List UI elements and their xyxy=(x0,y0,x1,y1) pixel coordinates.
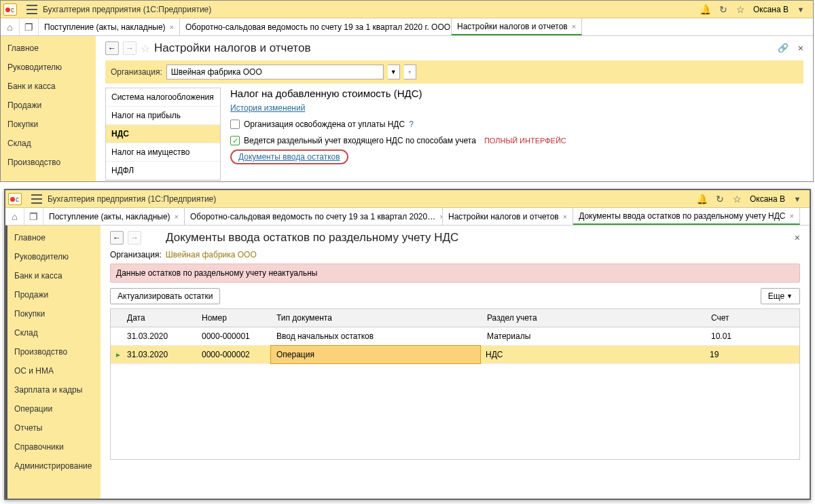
tab-receipts[interactable]: Поступление (акты, накладные)× xyxy=(39,18,180,35)
user-menu-icon[interactable]: ▼ xyxy=(795,4,806,15)
home-icon[interactable]: ⌂ xyxy=(1,18,20,35)
windows-icon[interactable]: ❐ xyxy=(20,18,39,35)
close-icon[interactable]: × xyxy=(170,23,174,31)
sidebar-item[interactable]: Производство xyxy=(1,153,96,172)
interface-note: ПОЛНЫЙ ИНТЕРФЕЙС xyxy=(484,137,566,145)
sidebar-item[interactable]: Продажи xyxy=(1,96,96,115)
tab-label: Поступление (акты, накладные) xyxy=(44,22,166,32)
tab-row-top: ⌂ ❐ Поступление (акты, накладные)× Оборо… xyxy=(1,18,813,36)
tab-report[interactable]: Оборотно-сальдовая ведомость по счету 19… xyxy=(180,18,452,35)
history-icon[interactable]: ↻ xyxy=(718,4,729,15)
org-value: Швейная фабрика ООО xyxy=(171,67,262,77)
checkbox-split-vat[interactable]: ✓ xyxy=(230,136,240,145)
page-title: Настройки налогов и отчетов xyxy=(154,41,310,55)
close-icon[interactable]: × xyxy=(572,22,576,31)
user-name[interactable]: Оксана В xyxy=(753,5,789,14)
titlebar-top: Бухгалтерия предприятия (1С:Предприятие)… xyxy=(1,1,813,18)
checkbox-label: Организация освобождена от уплаты НДС xyxy=(244,120,405,129)
sidebar-item[interactable]: Главное xyxy=(1,39,96,58)
bell-icon[interactable]: 🔔 xyxy=(700,4,711,15)
tab-tax-settings[interactable]: Настройки налогов и отчетов× xyxy=(452,18,582,35)
open-dialog-icon[interactable]: ▫ xyxy=(404,65,416,79)
nav-item[interactable]: Система налогообложения xyxy=(106,88,220,107)
nav-item[interactable]: НДФЛ xyxy=(106,162,220,180)
org-dropdown[interactable]: Швейная фабрика ООО xyxy=(166,65,384,79)
sidebar-item[interactable]: Покупки xyxy=(1,115,96,134)
help-icon[interactable]: ? xyxy=(409,120,414,129)
org-panel: Организация: Швейная фабрика ООО ▼ ▫ xyxy=(105,60,803,84)
dropdown-toggle-icon[interactable]: ▼ xyxy=(388,65,400,79)
org-label: Организация: xyxy=(111,67,162,77)
logo-icon xyxy=(3,3,17,16)
sidebar-item[interactable]: Склад xyxy=(1,134,96,153)
menu-icon[interactable] xyxy=(26,5,37,14)
history-link[interactable]: История изменений xyxy=(230,103,305,113)
tab-label: Оборотно-сальдовая ведомость по счету 19… xyxy=(185,22,452,32)
checkbox-label: Ведется раздельный учет входящего НДС по… xyxy=(244,136,476,145)
favorite-icon[interactable]: ☆ xyxy=(141,42,150,55)
app-title: Бухгалтерия предприятия (1С:Предприятие) xyxy=(43,5,211,14)
nav-item-nds[interactable]: НДС xyxy=(106,125,220,143)
tab-label: Настройки налогов и отчетов xyxy=(457,22,568,31)
link-icon[interactable]: 🔗 xyxy=(778,43,789,53)
sidebar-top: Главное Руководителю Банк и касса Продаж… xyxy=(1,36,96,181)
section-title: Налог на добавленную стоимость (НДС) xyxy=(230,88,803,99)
star-icon[interactable]: ☆ xyxy=(736,4,746,15)
documents-link[interactable]: Документы ввода остатков xyxy=(238,152,340,162)
highlight-oval: Документы ввода остатков xyxy=(230,149,348,164)
checkbox-exempt[interactable] xyxy=(230,120,240,129)
settings-nav: Система налогообложения Налог на прибыль… xyxy=(105,88,221,181)
sidebar-item[interactable]: Банк и касса xyxy=(1,77,96,96)
close-page-icon[interactable]: × xyxy=(798,43,803,54)
sidebar-item[interactable]: Руководителю xyxy=(1,58,96,77)
nav-item[interactable]: Налог на прибыль xyxy=(106,107,220,125)
back-button[interactable]: ← xyxy=(105,41,119,55)
forward-button[interactable]: → xyxy=(123,41,137,55)
nav-item[interactable]: Налог на имущество xyxy=(106,143,220,162)
